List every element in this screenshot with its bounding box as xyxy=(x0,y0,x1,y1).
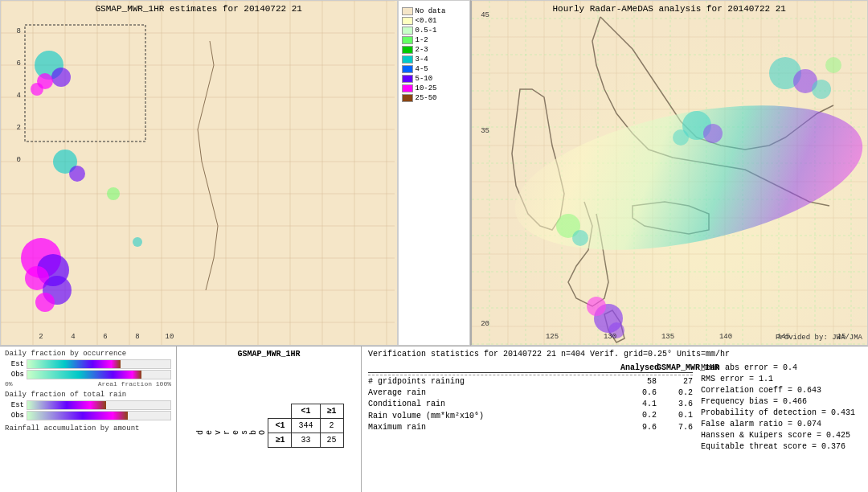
right-stat-row: Hanssen & Kuipers score = 0.425 xyxy=(701,431,862,440)
stat-row-val2: 7.6 xyxy=(657,423,693,432)
legend-item: 1-2 xyxy=(402,36,446,44)
occurrence-chart-title: Daily fraction by occurrence xyxy=(5,350,171,358)
right-stat-row: Correlation coeff = 0.643 xyxy=(701,386,862,395)
right-stat-row: Frequency bias = 0.466 xyxy=(701,397,862,406)
legend-color-swatch xyxy=(402,55,413,64)
left-map-title: GSMAP_MWR_1HR estimates for 20140722 21 xyxy=(96,4,302,14)
legend-panel: No data <0.01 0.5-1 1-2 2-3 3-4 4-5 5-10… xyxy=(398,0,470,346)
contingency-header-row: <1 ≥1 xyxy=(194,404,343,418)
contingency-empty-cell xyxy=(194,404,268,418)
legend-color-swatch xyxy=(402,75,413,83)
legend-color-swatch xyxy=(402,36,413,44)
stats-col1-header: Analysed xyxy=(620,363,657,372)
legend-item-label: 10-25 xyxy=(416,84,437,92)
stat-row-val1: 4.1 xyxy=(620,400,657,408)
stats-main: Analysed GSMAP_MWR_1HR # gridpoints rain… xyxy=(368,363,862,489)
bottom-row: Daily fraction by occurrence Est Obs 0% … xyxy=(0,346,868,492)
stat-row-label: # gridpoints raining xyxy=(368,377,620,386)
contingency-col1-header: <1 xyxy=(292,404,320,418)
legend-color-swatch xyxy=(402,65,413,73)
legend-item: 4-5 xyxy=(402,65,446,73)
right-stat-row: False alarm ratio = 0.074 xyxy=(701,420,862,428)
stats-rows-container: # gridpoints raining 58 27 Average rain … xyxy=(368,377,693,432)
legend-item: 0.5-1 xyxy=(402,27,446,35)
stat-row-val1: 0.2 xyxy=(620,411,657,420)
legend-color-swatch xyxy=(402,17,413,25)
stats-header-row: Analysed GSMAP_MWR_1HR xyxy=(368,363,693,373)
legend-color-swatch xyxy=(402,7,413,15)
right-stat-row: Mean abs error = 0.4 xyxy=(701,363,862,372)
occurrence-est-label: Est xyxy=(5,360,24,368)
stat-row-val1: 0.6 xyxy=(620,388,657,397)
total-rain-est-label: Est xyxy=(5,401,24,409)
legend-item-label: 4-5 xyxy=(416,65,428,73)
legend-item: 3-4 xyxy=(402,55,446,64)
legend-color-swatch xyxy=(402,46,413,54)
stat-row-val1: 58 xyxy=(620,377,657,386)
contingency-row2-header: ≥1 xyxy=(268,433,292,447)
legend-item: No data xyxy=(402,7,446,15)
stat-row-val2: 0.2 xyxy=(657,388,693,397)
stat-data-row: Maximum rain 9.6 7.6 xyxy=(368,423,693,432)
stat-row-label: Conditional rain xyxy=(368,400,620,408)
contingency-val-b: 2 xyxy=(320,418,343,433)
legend-color-swatch xyxy=(402,84,413,92)
total-rain-obs-bar xyxy=(27,411,171,420)
occurrence-chart-section: Daily fraction by occurrence Est Obs 0% … xyxy=(5,350,171,387)
stats-divider xyxy=(368,375,693,375)
legend-item-label: 3-4 xyxy=(416,55,428,64)
legend-item: 5-10 xyxy=(402,75,446,83)
accumulation-chart-section: Rainfall accumulation by amount xyxy=(5,424,171,434)
stat-data-row: Rain volume (mm*km²x10⁶) 0.2 0.1 xyxy=(368,411,693,420)
bottom-middle-panel: GSMAP_MWR_1HR <1 ≥1 Observed <1 344 2 ≥1… xyxy=(177,346,362,492)
stats-title: Verification statistics for 20140722 21 … xyxy=(368,350,862,359)
main-container: GSMAP_MWR_1HR estimates for 20140722 21 … xyxy=(0,0,868,492)
occurrence-obs-bar xyxy=(27,370,171,379)
occurrence-axis-end: Areal fraction 100% xyxy=(98,380,171,387)
stat-row-val1: 9.6 xyxy=(620,423,657,432)
right-stat-row: Equitable threat score = 0.376 xyxy=(701,442,862,451)
legend-item: 10-25 xyxy=(402,84,446,92)
occurrence-axis-start: 0% xyxy=(5,380,13,387)
legend-container: No data <0.01 0.5-1 1-2 2-3 3-4 4-5 5-10… xyxy=(402,7,446,104)
stat-row-val2: 3.6 xyxy=(657,400,693,408)
total-rain-est-row: Est xyxy=(5,400,171,410)
contingency-obs-label: Observed xyxy=(194,418,268,447)
stat-row-val2: 0.1 xyxy=(657,411,693,420)
contingency-table: <1 ≥1 Observed <1 344 2 ≥1 33 25 xyxy=(194,404,343,448)
right-stat-row: Probability of detection = 0.431 xyxy=(701,408,862,417)
right-stat-row: RMS error = 1.1 xyxy=(701,375,862,383)
stat-row-label: Maximum rain xyxy=(368,423,620,432)
contingency-table-title: GSMAP_MWR_1HR xyxy=(183,350,354,359)
left-map-panel: GSMAP_MWR_1HR estimates for 20140722 21 … xyxy=(0,0,398,346)
legend-color-swatch xyxy=(402,27,413,35)
legend-item-label: 25-50 xyxy=(416,94,437,102)
legend-item: <0.01 xyxy=(402,17,446,25)
stat-row-label: Average rain xyxy=(368,388,620,397)
legend-item-label: 1-2 xyxy=(416,36,428,44)
stats-right-col: Mean abs error = 0.4RMS error = 1.1Corre… xyxy=(701,363,862,489)
contingency-val-d: 25 xyxy=(320,433,343,447)
legend-item: 2-3 xyxy=(402,46,446,54)
left-map-canvas xyxy=(1,1,395,346)
total-rain-obs-row: Obs xyxy=(5,411,171,420)
occurrence-est-bar xyxy=(27,359,171,369)
stat-data-row: # gridpoints raining 58 27 xyxy=(368,377,693,386)
stat-data-row: Conditional rain 4.1 3.6 xyxy=(368,400,693,408)
maps-row: GSMAP_MWR_1HR estimates for 20140722 21 … xyxy=(0,0,868,346)
occurrence-est-row: Est xyxy=(5,359,171,369)
contingency-val-a: 344 xyxy=(292,418,320,433)
legend-item: 25-50 xyxy=(402,94,446,102)
stats-col2-header: GSMAP_MWR_1HR xyxy=(657,363,693,372)
stats-col0-header xyxy=(368,363,620,372)
right-stats-container: Mean abs error = 0.4RMS error = 1.1Corre… xyxy=(701,363,862,451)
legend-item-label: <0.01 xyxy=(416,17,437,25)
occurrence-obs-row: Obs xyxy=(5,370,171,379)
right-map-title: Hourly Radar-AMeDAS analysis for 2014072… xyxy=(553,4,786,14)
contingency-row1-header: <1 xyxy=(268,418,292,433)
bottom-left-panel: Daily fraction by occurrence Est Obs 0% … xyxy=(0,346,177,492)
legend-color-swatch xyxy=(402,94,413,102)
stats-left-col: Analysed GSMAP_MWR_1HR # gridpoints rain… xyxy=(368,363,701,489)
legend-item-label: No data xyxy=(416,7,446,15)
stat-row-label: Rain volume (mm*km²x10⁶) xyxy=(368,411,620,420)
